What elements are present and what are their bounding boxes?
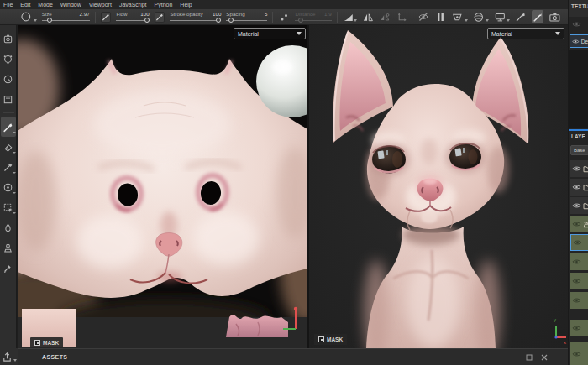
menu-python[interactable]: Python <box>155 0 173 9</box>
pause-engine-button[interactable] <box>434 10 446 23</box>
flow-brush-button[interactable] <box>101 12 112 23</box>
eye-icon[interactable] <box>572 351 581 357</box>
eye-icon[interactable] <box>572 221 581 227</box>
layer-row-folder[interactable] <box>570 197 588 214</box>
view2d-material-label: Material <box>238 31 259 37</box>
smudge-tool[interactable] <box>1 217 16 237</box>
projection-frustum-icon <box>451 12 464 23</box>
stroke-opacity-slider-knob[interactable] <box>216 18 221 23</box>
view3d-material-label: Material <box>491 31 512 37</box>
eye-icon[interactable] <box>572 278 581 284</box>
layer-row[interactable] <box>570 292 588 309</box>
display-settings-button[interactable] <box>494 10 511 23</box>
menu-help[interactable]: Help <box>180 0 192 9</box>
snapshot-button[interactable] <box>549 10 561 23</box>
layers-header: LAYE <box>571 133 585 139</box>
size-slider[interactable] <box>42 18 90 23</box>
popout-icon[interactable] <box>526 354 533 361</box>
camera-projection-button[interactable] <box>451 10 468 23</box>
spacing-slider[interactable] <box>226 18 267 23</box>
eye-icon[interactable] <box>572 184 581 190</box>
clone-stamp-tool[interactable] <box>1 237 16 258</box>
card-panel-tool[interactable] <box>1 89 16 109</box>
layer-row-folder[interactable] <box>570 179 588 196</box>
mirror-button[interactable] <box>362 10 374 23</box>
pencil-mode-button[interactable] <box>532 10 543 23</box>
size-slider-knob[interactable] <box>47 18 52 23</box>
size-value: 2.97 <box>80 11 90 17</box>
panel-divider[interactable] <box>569 129 588 131</box>
viewport-camera-tool[interactable] <box>1 29 16 49</box>
view2d-material-dropdown[interactable]: Material <box>234 28 306 39</box>
material-sphere-button[interactable] <box>473 10 489 23</box>
layer-row-open-folder[interactable] <box>570 216 588 232</box>
spacing-slider-knob[interactable] <box>228 18 234 23</box>
menu-javascript[interactable]: JavaScript <box>119 0 147 9</box>
pen-eraser-tool[interactable] <box>1 157 16 177</box>
menu-mode[interactable]: Mode <box>38 0 53 9</box>
menu-viewport[interactable]: Viewport <box>89 0 112 9</box>
right-panel: TEXTU De LAYE Base <box>568 0 588 365</box>
brush-toolbar: Size 2.97 Flow 100 Stroke opacity 100 Sp… <box>0 9 568 25</box>
paint-tool[interactable] <box>1 117 16 137</box>
stroke-opacity-slider[interactable] <box>170 18 221 23</box>
eye-icon[interactable] <box>572 325 581 331</box>
viewport-divider[interactable] <box>307 25 309 348</box>
stroke-opacity-value: 100 <box>213 11 221 17</box>
distance-label: Distance <box>295 11 315 17</box>
eye-icon[interactable] <box>572 165 581 172</box>
axis-y-label: y <box>554 317 556 322</box>
2d-view-canvas[interactable] <box>18 25 307 348</box>
layer-row[interactable] <box>570 273 588 289</box>
history-tool[interactable] <box>1 69 16 89</box>
layer-row-folder[interactable] <box>570 160 588 177</box>
folder-icon <box>583 165 588 173</box>
falloff-button[interactable] <box>343 10 358 23</box>
close-icon[interactable] <box>541 354 548 361</box>
eye-icon[interactable] <box>572 258 581 265</box>
3d-view-canvas[interactable]: y x <box>309 25 568 348</box>
brush-tip-selector[interactable] <box>20 10 37 23</box>
layer-row[interactable] <box>570 253 588 270</box>
layer-row[interactable] <box>570 342 588 365</box>
folder-open-icon <box>583 221 588 228</box>
flow-slider-knob[interactable] <box>144 18 150 23</box>
viewport-2d: Material MASK <box>18 25 307 348</box>
opacity-brush-button[interactable] <box>155 12 165 23</box>
eye-icon[interactable] <box>572 202 581 209</box>
spacing-label: Spacing <box>226 11 244 17</box>
layer-row[interactable] <box>570 320 588 336</box>
material-picker-tool[interactable] <box>1 258 16 278</box>
menu-window[interactable]: Window <box>60 0 81 9</box>
menu-file[interactable]: File <box>3 0 13 9</box>
flow-slider[interactable] <box>116 18 149 23</box>
blend-mode-dropdown[interactable]: Base <box>570 145 588 155</box>
view3d-mask-badge[interactable]: MASK <box>314 334 347 345</box>
lazy-mouse-button[interactable] <box>379 10 391 23</box>
texture-set-item-default[interactable]: De <box>570 34 588 48</box>
view2d-mask-badge[interactable]: MASK <box>30 337 63 348</box>
quick-stroke-button[interactable] <box>515 10 527 23</box>
environment-sphere-tool[interactable] <box>1 49 16 69</box>
flow-label: Flow <box>116 11 127 17</box>
eraser-tool[interactable] <box>1 137 16 157</box>
projection-tool[interactable] <box>1 177 16 197</box>
eye-icon[interactable] <box>572 297 581 304</box>
stroke-visibility-button[interactable] <box>417 10 429 23</box>
brush-tip-circle-icon <box>20 11 33 23</box>
toolbar-separator <box>95 12 96 23</box>
export-button[interactable] <box>0 348 18 365</box>
menu-edit[interactable]: Edit <box>20 0 30 9</box>
size-param: Size 2.97 <box>42 11 90 23</box>
app-window: File Edit Mode Window Viewport JavaScrip… <box>0 0 588 365</box>
view3d-material-dropdown[interactable]: Material <box>487 28 564 39</box>
layer-row-selected[interactable] <box>570 234 588 251</box>
texture-set-visibility-toggle[interactable] <box>572 21 581 28</box>
distance-param: Distance 1.9 <box>295 11 331 23</box>
brush-icon <box>155 13 164 21</box>
size-label: Size <box>42 11 52 17</box>
chevron-down-icon <box>555 32 560 35</box>
polygon-fill-tool[interactable] <box>1 197 16 217</box>
uv-symmetry-button[interactable] <box>396 10 407 23</box>
eye-icon[interactable] <box>573 239 582 246</box>
